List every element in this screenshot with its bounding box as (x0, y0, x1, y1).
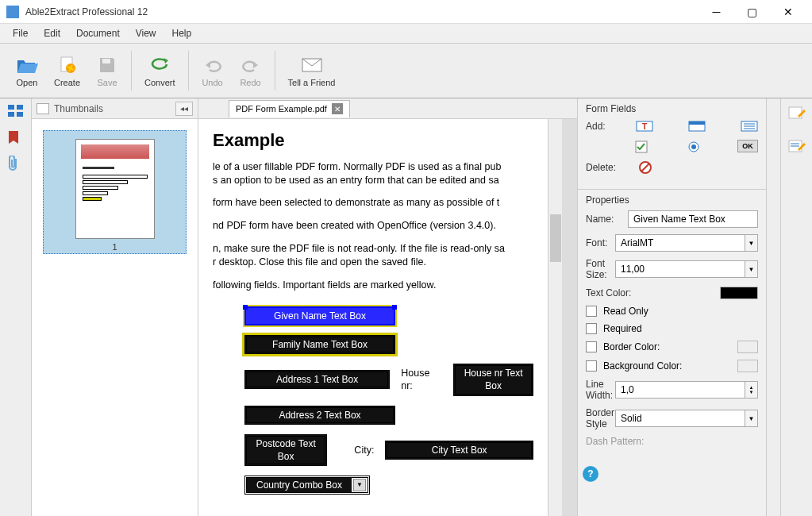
toolbar: Open Create Save Convert Undo Redo Tell … (0, 43, 812, 98)
field-given-name[interactable]: Given Name Text Box (244, 306, 395, 325)
undo-icon (202, 54, 224, 76)
menu-view[interactable]: View (128, 25, 164, 41)
text-color-label: Text Color: (586, 287, 673, 298)
font-size-select[interactable] (615, 260, 745, 278)
required-label: Required (603, 323, 642, 334)
border-color-checkbox[interactable] (586, 341, 597, 352)
svg-rect-5 (17, 105, 23, 110)
chevron-down-icon[interactable]: ▼ (745, 410, 758, 427)
house-nr-label: House nr: (401, 367, 442, 394)
menu-edit[interactable]: Edit (36, 25, 68, 41)
app-logo-icon (6, 6, 19, 18)
help-icon[interactable]: ? (583, 466, 598, 482)
field-address-2[interactable]: Address 2 Text Box (244, 406, 395, 425)
field-country-combo[interactable]: Country Combo Box ▼ (244, 476, 370, 495)
document-area: PDF Form Example.pdf ✕ Example le of a u… (198, 98, 577, 516)
field-postcode[interactable]: Postcode Text Box (244, 434, 327, 466)
envelope-icon (301, 54, 323, 76)
create-button[interactable]: Create (46, 51, 88, 90)
pdf-page: Example le of a user fillable PDF form. … (198, 119, 548, 516)
edit-form-tool-icon[interactable] (788, 140, 806, 157)
line-width-input[interactable] (615, 381, 745, 399)
save-button[interactable]: Save (88, 51, 126, 90)
bookmarks-icon[interactable] (8, 130, 24, 143)
bg-color-label: Background Color: (603, 360, 682, 372)
save-icon (96, 54, 118, 76)
collapse-pane-button[interactable]: ◂◂ (175, 102, 193, 116)
text-color-swatch[interactable] (720, 287, 758, 299)
document-scrollbar[interactable] (548, 119, 562, 516)
close-button[interactable]: ✕ (770, 1, 806, 23)
add-radio-field-icon[interactable] (685, 140, 702, 154)
tab-close-icon[interactable]: ✕ (332, 103, 343, 114)
stepper-icon[interactable]: ▲▼ (745, 381, 758, 399)
svg-rect-2 (102, 59, 110, 64)
redo-button[interactable]: Redo (232, 51, 270, 90)
name-label: Name: (586, 214, 628, 225)
border-color-swatch[interactable] (737, 341, 758, 353)
title-bar: Able2Extract Professional 12 ─ ▢ ✕ (0, 0, 812, 24)
required-checkbox[interactable] (586, 323, 597, 334)
svg-rect-6 (8, 112, 14, 117)
field-city[interactable]: City Text Box (385, 441, 533, 460)
app-title: Able2Extract Professional 12 (25, 6, 698, 17)
menu-file[interactable]: File (5, 25, 36, 41)
convert-button[interactable]: Convert (137, 51, 183, 90)
name-input[interactable] (628, 210, 758, 228)
open-button[interactable]: Open (8, 51, 46, 90)
minimize-button[interactable]: ─ (698, 1, 734, 23)
font-size-label: Font Size: (586, 258, 615, 280)
add-ok-button-field-icon[interactable]: OK (737, 140, 758, 152)
chevron-down-icon[interactable]: ▼ (745, 234, 758, 252)
menu-document[interactable]: Document (68, 25, 128, 41)
field-address-1[interactable]: Address 1 Text Box (244, 370, 390, 389)
menu-bar: File Edit Document View Help (0, 24, 812, 43)
menu-help[interactable]: Help (164, 25, 200, 41)
properties-heading: Properties (586, 194, 758, 206)
new-file-icon (56, 54, 79, 76)
add-checkbox-field-icon[interactable] (633, 140, 650, 154)
font-select[interactable] (615, 234, 745, 252)
thumbnails-title: Thumbnails (54, 103, 103, 114)
delete-field-icon[interactable] (637, 160, 654, 175)
undo-button[interactable]: Undo (194, 51, 232, 90)
redo-icon (240, 54, 262, 76)
attachments-icon[interactable] (8, 156, 24, 168)
left-rail (0, 98, 32, 516)
read-only-checkbox[interactable] (586, 306, 597, 317)
bg-color-swatch[interactable] (737, 360, 758, 372)
svg-rect-4 (8, 105, 14, 110)
border-style-select[interactable] (615, 410, 745, 427)
thumbnail-page-1[interactable]: 1 (43, 130, 187, 254)
chevron-down-icon[interactable]: ▼ (745, 260, 758, 278)
svg-rect-11 (689, 121, 705, 125)
form-fields-heading: Form Fields (586, 103, 758, 114)
add-button-field-icon[interactable] (688, 119, 706, 133)
add-text-field-icon[interactable]: T (636, 119, 653, 133)
edit-text-tool-icon[interactable] (788, 106, 806, 124)
svg-text:T: T (642, 121, 648, 131)
add-list-field-icon[interactable] (741, 119, 758, 133)
bg-color-checkbox[interactable] (586, 360, 597, 372)
read-only-label: Read Only (603, 306, 648, 317)
convert-icon (148, 54, 171, 76)
thumbnails-view-icon[interactable] (8, 105, 24, 117)
chevron-down-icon[interactable]: ▼ (353, 479, 366, 491)
thumbnail-label: 1 (64, 239, 165, 252)
add-label: Add: (586, 121, 633, 132)
border-style-label: Border Style (586, 407, 615, 429)
properties-panel: Form Fields Add: T OK Delete: (577, 98, 780, 516)
delete-label: Delete: (586, 162, 633, 173)
field-family-name[interactable]: Family Name Text Box (244, 335, 395, 354)
tell-friend-button[interactable]: Tell a Friend (280, 51, 344, 90)
maximize-button[interactable]: ▢ (734, 1, 770, 23)
field-house-nr[interactable]: House nr Text Box (453, 364, 533, 395)
font-label: Font: (586, 237, 615, 248)
page-icon (37, 103, 49, 114)
tab-pdf-form-example[interactable]: PDF Form Example.pdf ✕ (229, 100, 350, 117)
properties-scrollbar[interactable] (766, 98, 780, 516)
border-color-label: Border Color: (603, 341, 660, 352)
folder-open-icon (16, 54, 38, 76)
city-label: City: (354, 444, 374, 457)
dash-pattern-label: Dash Pattern: (586, 436, 673, 447)
